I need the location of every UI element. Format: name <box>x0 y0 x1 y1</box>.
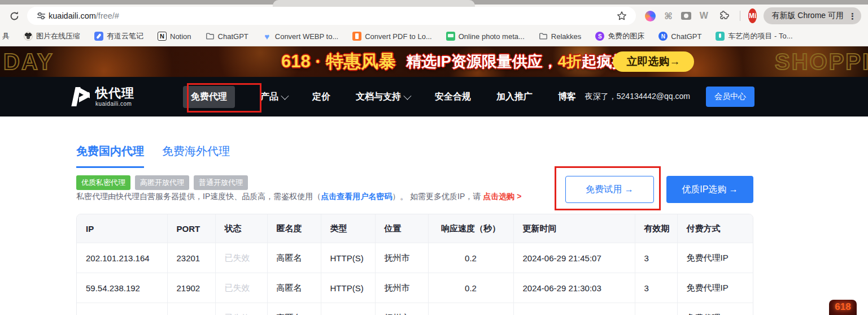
banner-shopping-text: SHOPPIN <box>775 49 868 75</box>
badge-normal-open-proxy[interactable]: 普通开放代理 <box>194 175 248 190</box>
extensions-area: ⌘ W <box>645 8 740 23</box>
site-navbar: 快代理 kuaidaili.com 免费代理 产品 定价 文档与支持 安全合规 … <box>0 77 868 116</box>
youdao-note-icon <box>94 32 103 41</box>
extension-brain-icon[interactable] <box>645 11 656 21</box>
folder-icon <box>539 32 548 41</box>
banner-day-text: DAY <box>3 49 54 75</box>
nav-item-compliance[interactable]: 安全合规 <box>435 91 471 103</box>
extension-wikipedia-icon[interactable]: W <box>700 11 708 21</box>
proxy-tabs: 免费国内代理 免费海外代理 <box>76 144 230 168</box>
reload-icon[interactable] <box>7 8 21 23</box>
notion-icon <box>158 32 167 41</box>
col-updated: 更新时间 <box>513 214 635 243</box>
banner-headline: 618 · 特惠风暴 精选IP资源限量供应，4折起疯抢中! <box>281 50 648 74</box>
bookmark-folder[interactable]: ChatGPT <box>206 32 248 41</box>
active-tab[interactable] <box>273 0 475 7</box>
more-menu-icon[interactable]: ⋮ <box>848 12 857 20</box>
col-status: 状态 <box>215 214 267 243</box>
bookmark-item[interactable]: Convert WEBP to... <box>263 32 338 41</box>
photo-tool-icon <box>446 32 455 41</box>
col-type: 类型 <box>321 214 375 243</box>
chatgpt-icon <box>658 32 668 41</box>
proxy-table: IP PORT 状态 匿名度 类型 位置 响应速度（秒） 更新时间 有效期 付费… <box>76 214 753 315</box>
address-bar[interactable]: kuaidaili.com/free/# <box>27 7 636 25</box>
purchase-link[interactable]: 点击选购 > <box>483 192 521 201</box>
extension-camera-icon[interactable] <box>681 12 691 20</box>
col-anonymity: 匿名度 <box>267 214 321 243</box>
site-info-icon[interactable] <box>34 8 49 23</box>
col-port: PORT <box>167 214 215 243</box>
bookmark-item[interactable]: 车艺尚的项目 - To... <box>716 31 792 41</box>
bookmark-star-icon[interactable] <box>614 8 629 23</box>
bookmark-item[interactable]: Notion <box>158 32 191 41</box>
bookmark-item[interactable]: 具 <box>2 31 10 41</box>
banner-cta-button[interactable]: 立即选购→ <box>613 51 694 72</box>
col-validity: 有效期 <box>635 214 677 243</box>
nav-item-free-proxy[interactable]: 免费代理 <box>183 86 235 108</box>
view-credentials-link[interactable]: 点击查看用户名密码 <box>321 192 392 201</box>
chevron-down-icon <box>281 92 289 100</box>
proxy-type-badges: 优质私密代理 高匿开放代理 普通开放代理 <box>76 175 248 190</box>
badge-anonymous-open-proxy[interactable]: 高匿开放代理 <box>135 175 189 190</box>
bookmark-folder[interactable]: Relakkes <box>539 32 581 41</box>
account-greeting[interactable]: 夜深了，524134442@qq.com <box>585 92 690 102</box>
profile-avatar[interactable]: Mi <box>748 8 757 23</box>
nav-item-affiliate[interactable]: 加入推广 <box>496 91 533 103</box>
heart-icon <box>263 32 272 41</box>
panda-icon <box>24 32 33 41</box>
bookmarks-bar: 具 图片在线压缩 有道云笔记 Notion ChatGPT Convert WE… <box>0 27 868 46</box>
proxy-description: 私密代理由快代理自营服务器提供，IP速度快、品质高，需鉴权使用（点击查看用户名密… <box>76 192 521 202</box>
table-row: 59.54.238.192 21902 已失效 高匿名 HTTP(S) 抚州市 … <box>77 273 753 303</box>
col-speed: 响应速度（秒） <box>428 214 513 243</box>
floating-618-widget[interactable]: 618 <box>829 300 857 315</box>
kuaidaili-logo-icon <box>73 87 90 106</box>
member-center-button[interactable]: 会员中心 <box>706 87 754 107</box>
browser-window: kuaidaili.com/free/# ⌘ W Mi 有新版 Chrome 可… <box>0 0 868 315</box>
extensions-puzzle-icon[interactable] <box>717 8 731 23</box>
bookmark-item[interactable]: 图片在线压缩 <box>24 31 80 41</box>
promo-banner[interactable]: DAY 618 · 特惠风暴 精选IP资源限量供应，4折起疯抢中! 立即选购→ … <box>0 46 868 77</box>
bookmark-item[interactable]: 有道云笔记 <box>94 31 143 41</box>
tab-strip[interactable] <box>0 0 868 5</box>
free-trial-button[interactable]: 免费试用 → <box>565 176 654 203</box>
nav-item-products[interactable]: 产品 <box>260 91 287 103</box>
tab-domestic-free[interactable]: 免费国内代理 <box>76 144 144 168</box>
status-badge: 已失效 <box>215 303 267 315</box>
bookmark-item[interactable]: Convert PDF to Lo... <box>352 32 432 41</box>
table-row: 202.101.213.164 23201 已失效 高匿名 HTTP(S) 抚州… <box>77 243 753 273</box>
col-location: 位置 <box>375 214 428 243</box>
bookmark-item[interactable]: 免费的图床 <box>595 31 644 41</box>
badge-private-proxy[interactable]: 优质私密代理 <box>76 175 130 190</box>
chevron-down-icon <box>403 92 411 100</box>
image-host-icon <box>595 32 604 41</box>
banner-headline-main: 精选IP资源限量供应，4折起疯抢中! <box>406 51 648 72</box>
brand-domain: kuaidaili.com <box>95 101 134 107</box>
extension-command-icon[interactable]: ⌘ <box>664 11 673 21</box>
browser-toolbar: kuaidaili.com/free/# ⌘ W Mi 有新版 Chrome 可… <box>0 5 868 27</box>
url-domain[interactable]: kuaidaili.com <box>49 11 96 20</box>
pdf-converter-icon <box>352 32 361 41</box>
nav-item-docs[interactable]: 文档与支持 <box>356 91 409 103</box>
nav-item-blog[interactable]: 博客 <box>558 91 576 103</box>
status-badge: 已失效 <box>215 273 267 303</box>
status-badge: 已失效 <box>215 243 267 273</box>
toolbar-divider <box>740 11 740 21</box>
url-path[interactable]: /free/# <box>96 11 119 20</box>
col-ip: IP <box>77 214 167 243</box>
bookmark-item[interactable]: ChatGPT <box>658 32 701 41</box>
banner-headline-prefix: 618 · 特惠风暴 <box>281 50 396 74</box>
folder-icon <box>206 32 215 41</box>
nav-item-pricing[interactable]: 定价 <box>312 91 330 103</box>
tab-overseas-free[interactable]: 免费海外代理 <box>162 144 230 168</box>
buy-premium-ip-button[interactable]: 优质IP选购 → <box>666 176 753 203</box>
nav-menu: 免费代理 产品 定价 文档与支持 安全合规 加入推广 博客 <box>183 86 576 108</box>
brand-logo[interactable]: 快代理 kuaidaili.com <box>73 87 134 107</box>
todo-project-icon <box>716 32 725 41</box>
table-header-row: IP PORT 状态 匿名度 类型 位置 响应速度（秒） 更新时间 有效期 付费… <box>77 214 753 243</box>
col-payment: 付费方式 <box>677 214 753 243</box>
chrome-update-label: 有新版 Chrome 可用 <box>771 11 844 21</box>
brand-name: 快代理 <box>95 87 134 100</box>
table-row: 111.72.25.114 21021 已失效 高匿名 HTTP(S) 抚州市 … <box>77 303 753 315</box>
chrome-update-chip[interactable]: 有新版 Chrome 可用 ⋮ <box>764 7 861 24</box>
bookmark-item[interactable]: Online photo meta... <box>446 32 525 41</box>
